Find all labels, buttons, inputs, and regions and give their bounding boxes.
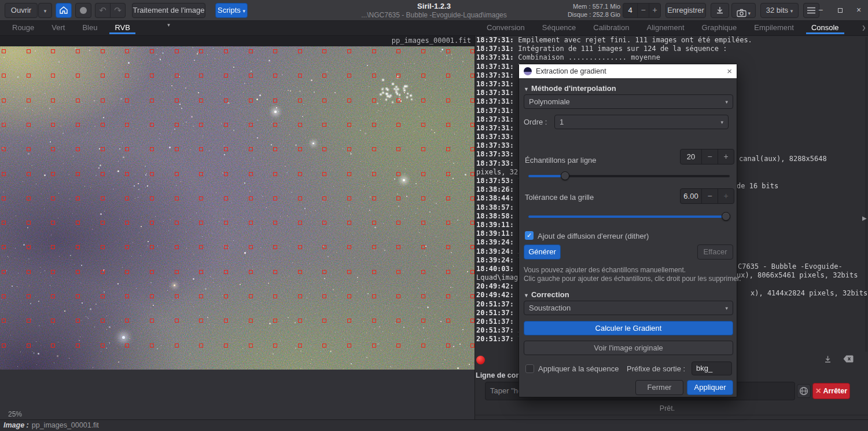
gradient-sample-box[interactable] [2, 49, 6, 53]
tab-panel-sequence[interactable]: Séquence [534, 21, 585, 34]
gradient-sample-box[interactable] [224, 74, 228, 78]
gradient-sample-box[interactable] [470, 196, 475, 200]
gradient-sample-box[interactable] [273, 344, 277, 348]
gradient-sample-box[interactable] [446, 172, 450, 176]
tab-scroll-arrow[interactable]: ❯ [862, 25, 866, 31]
gradient-sample-box[interactable] [470, 123, 475, 127]
gradient-sample-box[interactable] [421, 123, 425, 127]
minus-button[interactable]: − [701, 189, 718, 203]
interpolation-method-combo[interactable]: Polynomiale▾ [524, 94, 733, 109]
gradient-sample-box[interactable] [27, 319, 31, 323]
clear-samples-button[interactable]: Effacer [697, 244, 733, 260]
gradient-sample-box[interactable] [396, 147, 400, 151]
samples-slider[interactable] [528, 171, 730, 180]
gradient-sample-box[interactable] [101, 319, 105, 323]
gradient-sample-box[interactable] [470, 221, 475, 225]
gradient-sample-box[interactable] [224, 344, 228, 348]
gradient-sample-box[interactable] [322, 49, 326, 53]
gradient-sample-box[interactable] [249, 147, 253, 151]
gradient-sample-box[interactable] [273, 270, 277, 274]
gradient-sample-box[interactable] [421, 98, 425, 103]
gradient-sample-box[interactable] [199, 98, 203, 103]
gradient-sample-box[interactable] [51, 270, 55, 274]
gradient-sample-box[interactable] [249, 344, 253, 348]
export-log-button[interactable] [823, 355, 832, 364]
tab-panel-graphique[interactable]: Graphique [693, 21, 746, 34]
gradient-sample-box[interactable] [224, 270, 228, 274]
gradient-sample-box[interactable] [298, 319, 302, 323]
gradient-sample-box[interactable] [101, 172, 105, 176]
gradient-sample-box[interactable] [273, 147, 277, 151]
gradient-sample-box[interactable] [101, 98, 105, 103]
gradient-sample-box[interactable] [396, 74, 400, 78]
gradient-sample-box[interactable] [396, 245, 400, 249]
gradient-sample-box[interactable] [51, 123, 55, 127]
gradient-sample-box[interactable] [347, 172, 351, 176]
gradient-sample-box[interactable] [2, 221, 6, 225]
gradient-sample-box[interactable] [150, 245, 154, 249]
output-prefix-input[interactable]: bkg_ [692, 361, 732, 375]
gradient-sample-box[interactable] [224, 196, 228, 200]
gradient-sample-box[interactable] [76, 49, 80, 53]
gradient-sample-box[interactable] [249, 123, 253, 127]
gradient-sample-box[interactable] [175, 196, 179, 200]
gradient-sample-box[interactable] [396, 270, 400, 274]
gradient-sample-box[interactable] [249, 172, 253, 176]
gradient-sample-box[interactable] [224, 221, 228, 225]
dither-checkbox[interactable]: ✓ [525, 231, 534, 240]
apply-button[interactable]: Appliquer [687, 380, 733, 395]
gradient-sample-box[interactable] [322, 196, 326, 200]
gradient-sample-box[interactable] [76, 245, 80, 249]
gradient-sample-box[interactable] [322, 270, 326, 274]
gradient-sample-box[interactable] [51, 319, 55, 323]
gradient-sample-box[interactable] [421, 196, 425, 200]
bit-depth-selector[interactable]: 32 bits ▾ [760, 3, 799, 18]
gradient-sample-box[interactable] [51, 196, 55, 200]
snapshot-button[interactable]: ▾ [731, 3, 756, 18]
gradient-sample-box[interactable] [224, 98, 228, 103]
gradient-sample-box[interactable] [175, 49, 179, 53]
gradient-sample-box[interactable] [2, 245, 6, 249]
gradient-sample-box[interactable] [322, 98, 326, 103]
gradient-sample-box[interactable] [347, 270, 351, 274]
gradient-sample-box[interactable] [249, 221, 253, 225]
gradient-sample-box[interactable] [470, 319, 475, 323]
open-button[interactable]: Ouvrir [5, 3, 38, 18]
gradient-sample-box[interactable] [470, 147, 475, 151]
gradient-sample-box[interactable] [470, 294, 475, 298]
gradient-sample-box[interactable] [76, 319, 80, 323]
gradient-sample-box[interactable] [273, 245, 277, 249]
gradient-sample-box[interactable] [125, 196, 129, 200]
gradient-sample-box[interactable] [347, 221, 351, 225]
gradient-sample-box[interactable] [125, 123, 129, 127]
gradient-sample-box[interactable] [199, 221, 203, 225]
view-original-button[interactable]: Voir l'image originale [524, 341, 733, 355]
gradient-sample-box[interactable] [421, 245, 425, 249]
gradient-sample-box[interactable] [446, 319, 450, 323]
gradient-sample-box[interactable] [224, 245, 228, 249]
gradient-sample-box[interactable] [396, 172, 400, 176]
gradient-sample-box[interactable] [446, 196, 450, 200]
gradient-sample-box[interactable] [76, 221, 80, 225]
gradient-sample-box[interactable] [76, 270, 80, 274]
gradient-sample-box[interactable] [322, 74, 326, 78]
gradient-sample-box[interactable] [446, 98, 450, 103]
gradient-sample-box[interactable] [2, 74, 6, 78]
gradient-sample-box[interactable] [347, 74, 351, 78]
console-scrollbar[interactable] [865, 37, 867, 352]
gradient-sample-box[interactable] [27, 294, 31, 298]
gradient-sample-box[interactable] [175, 319, 179, 323]
gradient-sample-box[interactable] [76, 172, 80, 176]
gradient-sample-box[interactable] [421, 147, 425, 151]
gradient-sample-box[interactable] [175, 221, 179, 225]
gradient-sample-box[interactable] [27, 49, 31, 53]
gradient-sample-box[interactable] [2, 319, 6, 323]
online-help-button[interactable] [797, 384, 811, 398]
gradient-sample-box[interactable] [396, 344, 400, 348]
gradient-sample-box[interactable] [249, 196, 253, 200]
gradient-sample-box[interactable] [27, 123, 31, 127]
gradient-sample-box[interactable] [322, 344, 326, 348]
gradient-sample-box[interactable] [150, 49, 154, 53]
plus-button[interactable]: + [718, 189, 734, 203]
gradient-sample-box[interactable] [396, 123, 400, 127]
